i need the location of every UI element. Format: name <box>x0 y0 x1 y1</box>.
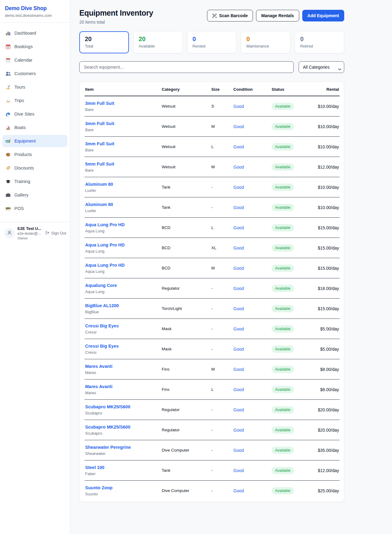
table-row[interactable]: Cressi Big EyesCressiMask-GoodAvailable$… <box>85 339 340 359</box>
table-row[interactable]: Cressi Big EyesCressiMask-GoodAvailable$… <box>85 319 340 339</box>
stat-card-retired[interactable]: 0Retired <box>295 31 344 53</box>
category-cell: BCD <box>161 238 211 258</box>
item-link[interactable]: Aluminum 80 <box>85 202 113 207</box>
item-link[interactable]: Mares Avanti <box>85 364 112 369</box>
item-link[interactable]: 5mm Full Suit <box>85 162 114 166</box>
condition-link[interactable]: Good <box>233 205 244 210</box>
condition-link[interactable]: Good <box>233 246 244 250</box>
condition-link[interactable]: Good <box>233 326 244 331</box>
table-row[interactable]: Scubapro MK25/S600ScubaproRegulator-Good… <box>85 400 340 420</box>
sidebar-item-label: Discounts <box>14 166 34 170</box>
sidebar-item-equipment[interactable]: Equipment <box>2 135 67 147</box>
table-row[interactable]: Suunto ZoopSuuntoDive Computer-GoodAvail… <box>85 481 340 501</box>
item-link[interactable]: 3mm Full Suit <box>85 121 114 126</box>
item-cell: Scubapro MK25/S600Scubapro <box>85 420 161 440</box>
item-link[interactable]: Aqua Lung Pro HD <box>85 242 125 247</box>
condition-link[interactable]: Good <box>233 266 244 271</box>
item-link[interactable]: Aqualung Core <box>85 283 117 288</box>
table-row[interactable]: BigBlue AL1200BigBlueTorch/Light-GoodAva… <box>85 299 340 319</box>
sidebar-item-discounts[interactable]: Discounts <box>2 162 67 174</box>
stat-value: 20 <box>139 36 177 43</box>
category-select[interactable]: All Categories <box>299 61 344 73</box>
category-cell: Mask <box>161 319 211 339</box>
condition-link[interactable]: Good <box>233 407 244 412</box>
stat-card-maintenance[interactable]: 0Maintenance <box>241 31 290 53</box>
manage-rentals-button[interactable]: Manage Rentals <box>256 10 299 21</box>
item-link[interactable]: Cressi Big Eyes <box>85 323 119 328</box>
sidebar-item-dive-sites[interactable]: Dive Sites <box>2 108 67 120</box>
sidebar-item-customers[interactable]: Customers <box>2 67 67 80</box>
sign-out-button[interactable]: Sign Out <box>45 231 66 236</box>
status-badge: Available <box>272 224 294 231</box>
table-row[interactable]: Scubapro MK25/S600ScubaproRegulator-Good… <box>85 420 340 440</box>
condition-cell: Good <box>233 116 271 137</box>
sidebar-item-trips[interactable]: Trips <box>2 94 67 107</box>
condition-link[interactable]: Good <box>233 286 244 291</box>
sidebar-item-tours[interactable]: Tours <box>2 81 67 93</box>
stat-card-available[interactable]: 20Available <box>133 31 183 53</box>
item-link[interactable]: BigBlue AL1200 <box>85 303 119 308</box>
condition-link[interactable]: Good <box>233 104 244 109</box>
condition-link[interactable]: Good <box>233 367 244 372</box>
condition-link[interactable]: Good <box>233 306 244 311</box>
table-row[interactable]: 3mm Full SuitBareWetsuitSGoodAvailable$1… <box>85 96 340 116</box>
item-cell: Aqua Lung Pro HDAqua Lung <box>85 258 161 278</box>
table-row[interactable]: 3mm Full SuitBareWetsuitLGoodAvailable$1… <box>85 137 340 157</box>
item-link[interactable]: Scubapro MK25/S600 <box>85 404 130 409</box>
sidebar-item-boats[interactable]: Boats <box>2 121 67 134</box>
category-cell: Dive Computer <box>161 440 211 460</box>
item-link[interactable]: Aqua Lung Pro HD <box>85 222 125 227</box>
table-row[interactable]: Aqua Lung Pro HDAqua LungBCDLGoodAvailab… <box>85 218 340 238</box>
table-row[interactable]: 3mm Full SuitBareWetsuitMGoodAvailable$1… <box>85 116 340 137</box>
sidebar-item-gallery[interactable]: Gallery <box>2 189 67 201</box>
table-row[interactable]: Aqua Lung Pro HDAqua LungBCDMGoodAvailab… <box>85 258 340 278</box>
item-link[interactable]: Aqua Lung Pro HD <box>85 263 125 268</box>
table-row[interactable]: Shearwater PeregrineShearwaterDive Compu… <box>85 440 340 460</box>
condition-link[interactable]: Good <box>233 185 244 190</box>
item-link[interactable]: 3mm Full Suit <box>85 101 114 106</box>
condition-link[interactable]: Good <box>233 387 244 392</box>
sidebar-item-products[interactable]: Products <box>2 148 67 161</box>
credit-card-icon <box>6 206 11 211</box>
table-row[interactable]: 5mm Full SuitBareWetsuitMGoodAvailable$1… <box>85 157 340 177</box>
table-row[interactable]: Steel 100FaberTank-GoodAvailable$12.00/d… <box>85 460 340 481</box>
add-equipment-button[interactable]: Add Equipment <box>302 10 344 21</box>
item-link[interactable]: Steel 100 <box>85 465 104 470</box>
item-link[interactable]: 3mm Full Suit <box>85 141 114 146</box>
condition-link[interactable]: Good <box>233 225 244 230</box>
item-link[interactable]: Scubapro MK25/S600 <box>85 425 130 429</box>
search-input[interactable] <box>79 61 294 73</box>
status-badge: Available <box>272 285 294 292</box>
condition-link[interactable]: Good <box>233 124 244 129</box>
condition-link[interactable]: Good <box>233 468 244 473</box>
sidebar-item-pos[interactable]: POS <box>2 202 67 215</box>
sidebar-item-calendar[interactable]: Calendar <box>2 54 67 66</box>
condition-link[interactable]: Good <box>233 165 244 170</box>
condition-link[interactable]: Good <box>233 428 244 433</box>
shop-name[interactable]: Demo Dive Shop <box>5 5 65 12</box>
item-link[interactable]: Mares Avanti <box>85 384 112 389</box>
table-row[interactable]: Mares AvantiMaresFinsLGoodAvailable$8.00… <box>85 380 340 400</box>
item-link[interactable]: Cressi Big Eyes <box>85 344 119 349</box>
condition-link[interactable]: Good <box>233 488 244 493</box>
stat-card-total[interactable]: 20Total <box>79 31 129 53</box>
table-row[interactable]: Mares AvantiMaresFinsMGoodAvailable$8.00… <box>85 359 340 380</box>
sidebar-item-dashboard[interactable]: Dashboard <box>2 27 67 39</box>
stat-card-rented[interactable]: 0Rented <box>187 31 237 53</box>
item-link[interactable]: Suunto Zoop <box>85 485 112 490</box>
condition-link[interactable]: Good <box>233 144 244 149</box>
condition-link[interactable]: Good <box>233 448 244 453</box>
table-row[interactable]: Aqua Lung Pro HDAqua LungBCDXLGoodAvaila… <box>85 238 340 258</box>
item-brand: Bare <box>85 168 159 173</box>
condition-link[interactable]: Good <box>233 347 244 352</box>
sidebar-item-training[interactable]: Training <box>2 175 67 188</box>
rental-cell: $25.00/day <box>308 481 340 501</box>
table-row[interactable]: Aluminum 80LuxferTank-GoodAvailable$10.0… <box>85 197 340 218</box>
item-link[interactable]: Aluminum 80 <box>85 182 113 187</box>
table-row[interactable]: Aluminum 80LuxferTank-GoodAvailable$10.0… <box>85 177 340 197</box>
item-link[interactable]: Shearwater Peregrine <box>85 445 131 450</box>
table-row[interactable]: Aqualung CoreAqua LungRegulator-GoodAvai… <box>85 278 340 299</box>
scan-barcode-button[interactable]: Scan Barcode <box>207 10 253 21</box>
status-badge: Available <box>272 325 294 333</box>
sidebar-item-bookings[interactable]: 17Bookings <box>2 40 67 53</box>
